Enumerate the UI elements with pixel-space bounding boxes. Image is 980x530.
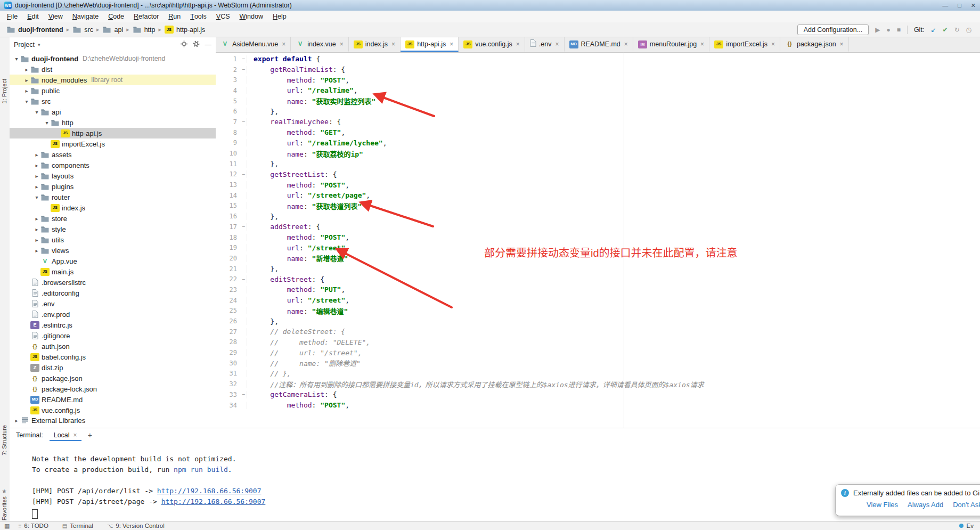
chevron-right-icon[interactable]: ▸: [13, 418, 20, 423]
code-line[interactable]: 23− method: "PUT",: [216, 284, 980, 295]
tree-item-babel-config-js[interactable]: JSbabel.config.js: [10, 352, 216, 362]
tree-item-store[interactable]: ▸store: [10, 213, 216, 224]
tree-item-views[interactable]: ▸views: [10, 245, 216, 256]
chevron-right-icon[interactable]: ▸: [23, 88, 30, 94]
tree-item-gitignore[interactable]: .gitignore: [10, 330, 216, 341]
chevron-right-icon[interactable]: ▸: [33, 184, 40, 190]
tree-item-style[interactable]: ▸style: [10, 224, 216, 234]
terminal-tab-local[interactable]: Local ×: [50, 429, 81, 441]
tree-item-main-js[interactable]: JSmain.js: [10, 266, 216, 277]
code-line[interactable]: 6− },: [216, 106, 980, 117]
menu-navigate[interactable]: Navigate: [68, 11, 103, 22]
chevron-down-icon[interactable]: ▾: [23, 99, 30, 104]
code-line[interactable]: 8− method: "GET",: [216, 127, 980, 138]
code-line[interactable]: 13− method: "POST",: [216, 180, 980, 190]
stripe-structure-button[interactable]: 7: Structure: [1, 425, 7, 455]
tree-item-editorconfig[interactable]: .editorconfig: [10, 288, 216, 298]
status-bar-terminal[interactable]: ▤Terminal: [62, 523, 93, 529]
menu-code[interactable]: Code: [103, 11, 129, 22]
fold-icon[interactable]: −: [240, 392, 247, 397]
tab-menurouter-jpg[interactable]: IMmenuRouter.jpg×: [633, 37, 709, 52]
code-line[interactable]: 26− },: [216, 316, 980, 327]
terminal-link[interactable]: http://192.168.66.56:9007: [157, 487, 262, 495]
chevron-right-icon[interactable]: ▸: [33, 248, 40, 254]
git-revert-icon[interactable]: ↻: [954, 27, 959, 33]
tab-asidemenu-vue[interactable]: VAsideMenu.vue×: [216, 37, 291, 52]
event-log-label[interactable]: Ev: [967, 523, 974, 529]
event-log-icon[interactable]: [959, 524, 963, 528]
menu-edit[interactable]: Edit: [22, 11, 44, 22]
code-line[interactable]: 4− url: "/realTime",: [216, 85, 980, 96]
locate-file-icon[interactable]: [181, 40, 187, 49]
code-line[interactable]: 11− },: [216, 159, 980, 169]
tree-item-dist-zip[interactable]: Zdist.zip: [10, 362, 216, 373]
stop-icon[interactable]: ■: [897, 27, 901, 33]
tab-readme-md[interactable]: MDREADME.md×: [565, 37, 633, 52]
breadcrumb-duoji-frontend[interactable]: duoji-frontend: [5, 26, 64, 34]
close-icon[interactable]: ×: [340, 40, 344, 48]
breadcrumb-http-api-js[interactable]: JShttp-api.js: [164, 26, 206, 34]
chevron-down-icon[interactable]: ▾: [38, 42, 40, 47]
tree-item-index-js[interactable]: JSindex.js: [10, 202, 216, 213]
terminal-link[interactable]: http://192.168.66.56:9007: [161, 498, 266, 505]
maximize-icon[interactable]: □: [958, 2, 961, 9]
code-line[interactable]: 21− },: [216, 264, 980, 274]
breadcrumb-src[interactable]: src: [71, 26, 94, 34]
tree-item-eslintrc-js[interactable]: E.eslintrc.js: [10, 320, 216, 330]
tree-item-node-modules[interactable]: ▸node_moduleslibrary root: [10, 75, 216, 85]
run-icon[interactable]: ▶: [875, 27, 880, 33]
notification-action-don-t-ask-agai[interactable]: Don't Ask Agai: [953, 501, 980, 509]
code-line[interactable]: 30− // name: "删除巷道": [216, 358, 980, 369]
close-icon[interactable]: ×: [771, 40, 775, 48]
code-line[interactable]: 7− realTimeLychee: {: [216, 117, 980, 127]
tree-item-external-libraries[interactable]: ▸ External Libraries: [10, 415, 216, 426]
new-terminal-icon[interactable]: +: [88, 431, 92, 439]
tree-item-browserslistrc[interactable]: .browserslistrc: [10, 277, 216, 288]
code-line[interactable]: 18− method: "POST",: [216, 232, 980, 243]
debug-icon[interactable]: ●: [886, 27, 890, 33]
tab-vue-config-js[interactable]: JSvue.config.js×: [459, 37, 525, 52]
close-icon[interactable]: ×: [516, 40, 520, 48]
close-icon[interactable]: ×: [391, 40, 395, 48]
code-line[interactable]: 27− // deleteStreet: {: [216, 327, 980, 337]
code-line[interactable]: 14− url: "/street/page",: [216, 190, 980, 201]
close-icon[interactable]: ×: [450, 40, 453, 48]
fold-icon[interactable]: −: [240, 56, 247, 62]
menu-view[interactable]: View: [44, 11, 68, 22]
chevron-right-icon[interactable]: ▸: [23, 77, 30, 83]
tree-item-components[interactable]: ▸components: [10, 160, 216, 170]
tree-item-app-vue[interactable]: VApp.vue: [10, 256, 216, 266]
tree-item-assets[interactable]: ▸assets: [10, 149, 216, 160]
tree-item-package-json[interactable]: {}package.json: [10, 373, 216, 384]
code-line[interactable]: 31− // },: [216, 369, 980, 379]
tree-item-auth-json[interactable]: {}auth.json: [10, 341, 216, 352]
code-editor[interactable]: 1−export default {2− getRealTimeList: {3…: [216, 52, 980, 428]
tree-item-importexcel-js[interactable]: JSimportExcel.js: [10, 138, 216, 149]
gear-icon[interactable]: [193, 40, 200, 49]
code-line[interactable]: 32− //注释：所有用到删除的接口都需要拼接变量id，所以请求方式采用了挂载在…: [216, 379, 980, 389]
chevron-right-icon[interactable]: ▸: [23, 67, 30, 72]
tab-package-json[interactable]: {}package.json×: [780, 37, 849, 52]
status-bar-9-version-control[interactable]: ⌥9: Version Control: [107, 523, 165, 529]
terminal-output[interactable]: Note that the development build is not o…: [10, 442, 980, 519]
code-line[interactable]: 16− },: [216, 211, 980, 222]
tab-index-js[interactable]: JSindex.js×: [349, 37, 401, 52]
minimize-icon[interactable]: —: [942, 2, 948, 9]
git-update-icon[interactable]: ↙: [930, 27, 936, 33]
chevron-down-icon[interactable]: ▾: [43, 120, 51, 126]
code-line[interactable]: 28− // method: "DELETE",: [216, 337, 980, 348]
tab-importexcel-js[interactable]: JSimportExcel.js×: [709, 37, 780, 52]
code-line[interactable]: 24− url: "/street",: [216, 295, 980, 306]
tree-item-http-api-js[interactable]: JShttp-api.js: [10, 128, 216, 138]
tree-item-utils[interactable]: ▸utils: [10, 234, 216, 245]
close-icon[interactable]: ×: [74, 431, 77, 439]
code-line[interactable]: 15− name: "获取巷道列表": [216, 201, 980, 211]
code-line[interactable]: 25− name: "编辑巷道": [216, 306, 980, 316]
code-line[interactable]: 9− url: "/realTime/lychee",: [216, 138, 980, 149]
tree-item-public[interactable]: ▸public: [10, 85, 216, 96]
code-line[interactable]: 1−export default {: [216, 54, 980, 64]
fold-icon[interactable]: −: [240, 172, 247, 177]
chevron-right-icon[interactable]: ▸: [33, 237, 40, 243]
tree-item-root[interactable]: ▾ duoji-frontend D:\zheheWeb\duoji-front…: [10, 53, 216, 64]
tree-item-readme-md[interactable]: MDREADME.md: [10, 394, 216, 405]
